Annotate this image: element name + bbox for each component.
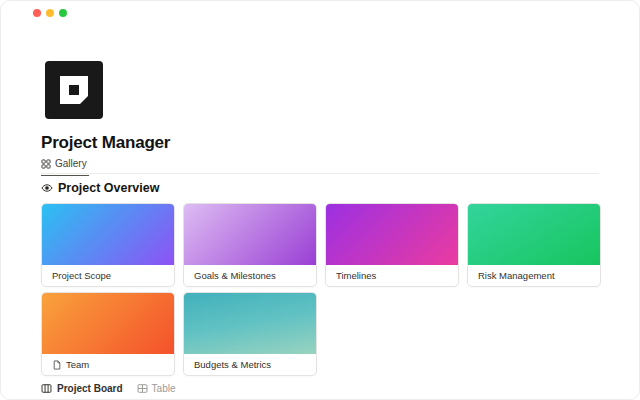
zoom-button[interactable]	[59, 9, 67, 17]
table-icon	[137, 383, 148, 394]
database-project-board[interactable]: Project Board	[41, 383, 123, 394]
minimize-button[interactable]	[46, 9, 54, 17]
card-cover-image	[42, 204, 174, 265]
card-label: Project Scope	[52, 270, 111, 281]
page-icon	[52, 360, 62, 370]
database-title: Project Board	[57, 383, 123, 394]
card-project-scope[interactable]: Project Scope	[41, 203, 175, 287]
tab-table[interactable]: Table	[137, 383, 176, 394]
card-cover-image	[42, 293, 174, 354]
card-meta: Risk Management	[468, 265, 600, 286]
card-label: Risk Management	[478, 270, 555, 281]
card-budgets-metrics[interactable]: Budgets & Metrics	[183, 292, 317, 376]
table-tab-label: Table	[152, 383, 176, 394]
app-window: Project Manager Gallery Project Overview	[0, 0, 640, 400]
card-timelines[interactable]: Timelines	[325, 203, 459, 287]
card-cover-image	[184, 204, 316, 265]
card-label: Timelines	[336, 270, 376, 281]
section-heading: Project Overview	[41, 181, 159, 195]
cards-grid: Project Scope Goals & Milestones Timelin…	[41, 203, 601, 376]
card-label: Budgets & Metrics	[194, 359, 271, 370]
eye-icon	[41, 182, 53, 194]
card-label: Team	[66, 359, 89, 370]
logo-inner-shape	[60, 76, 88, 104]
window-controls	[33, 9, 67, 17]
footer-database-row: Project Board Table	[41, 383, 175, 394]
logo-dot	[69, 85, 79, 95]
close-button[interactable]	[33, 9, 41, 17]
card-meta: Goals & Milestones	[184, 265, 316, 286]
card-risk-management[interactable]: Risk Management	[467, 203, 601, 287]
gallery-grid-icon	[41, 159, 51, 169]
section-title: Project Overview	[58, 181, 159, 195]
card-label: Goals & Milestones	[194, 270, 276, 281]
board-columns-icon	[41, 383, 52, 394]
card-meta: Timelines	[326, 265, 458, 286]
card-cover-image	[326, 204, 458, 265]
page-logo-icon[interactable]	[45, 61, 103, 119]
tab-gallery-label: Gallery	[55, 158, 87, 169]
card-team[interactable]: Team	[41, 292, 175, 376]
card-cover-image	[468, 204, 600, 265]
card-meta: Team	[42, 354, 174, 375]
card-meta: Project Scope	[42, 265, 174, 286]
tabs-divider	[41, 173, 599, 174]
card-meta: Budgets & Metrics	[184, 354, 316, 375]
page-title: Project Manager	[41, 133, 170, 153]
card-cover-image	[184, 293, 316, 354]
card-goals-milestones[interactable]: Goals & Milestones	[183, 203, 317, 287]
